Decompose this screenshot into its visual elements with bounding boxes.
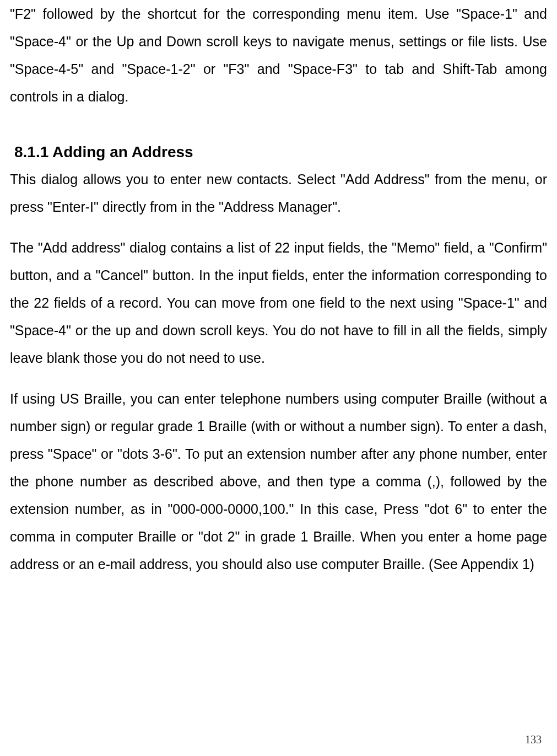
body-paragraph: This dialog allows you to enter new cont…: [10, 165, 547, 221]
body-paragraph: The "Add address" dialog contains a list…: [10, 234, 547, 372]
body-paragraph: If using US Braille, you can enter telep…: [10, 385, 547, 578]
section-heading: 8.1.1 Adding an Address: [10, 143, 547, 161]
page-number: 133: [525, 733, 542, 746]
document-content: "F2" followed by the shortcut for the co…: [10, 0, 547, 578]
body-paragraph: "F2" followed by the shortcut for the co…: [10, 0, 547, 110]
